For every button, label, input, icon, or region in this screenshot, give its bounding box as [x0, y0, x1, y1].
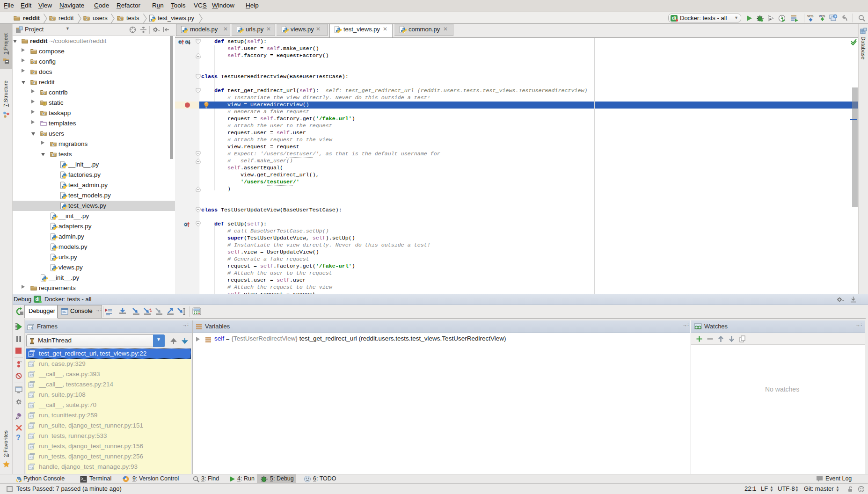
svg-text:<s: <s: [29, 383, 34, 387]
svg-text:<s: <s: [29, 363, 34, 367]
svg-text:<s: <s: [29, 465, 34, 470]
svg-text:<s: <s: [29, 373, 34, 377]
svg-text:<s: <s: [29, 404, 34, 408]
svg-text:<s: <s: [29, 326, 33, 330]
svg-text:VCS: VCS: [807, 15, 814, 18]
svg-text:<s: <s: [29, 414, 34, 418]
svg-text:<s: <s: [29, 455, 34, 459]
svg-text:<s: <s: [29, 445, 34, 449]
svg-text:<s: <s: [29, 435, 34, 439]
svg-text:VCS: VCS: [819, 15, 825, 18]
svg-text:<s: <s: [29, 352, 34, 356]
svg-text:<s: <s: [29, 393, 34, 398]
svg-text:<s: <s: [29, 424, 34, 429]
